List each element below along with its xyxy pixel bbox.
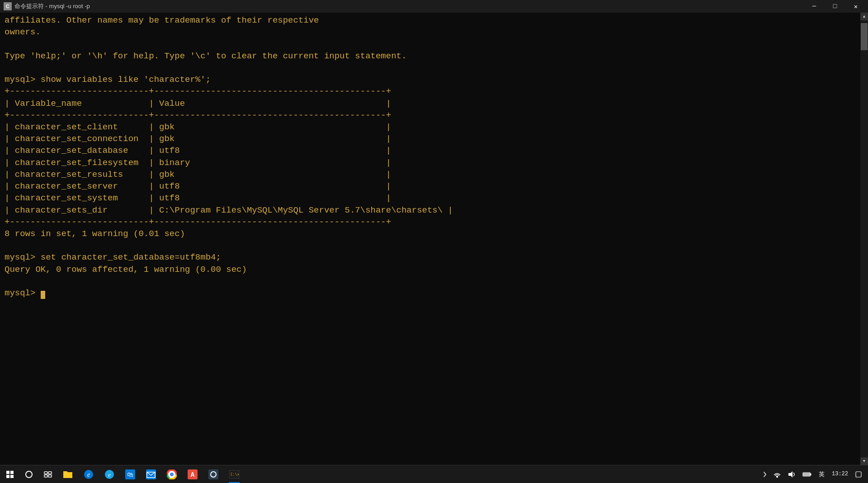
tray-lang[interactable]: 英 — [816, 465, 827, 483]
scroll-thumb[interactable] — [861, 23, 868, 50]
svg-text:C:\>_: C:\>_ — [231, 473, 239, 477]
tray-network[interactable] — [771, 465, 783, 483]
window: C 命令提示符 - mysql -u root -p ─ □ ✕ affilia… — [0, 0, 868, 483]
svg-point-4 — [26, 471, 32, 478]
scroll-down-arrow[interactable]: ▼ — [860, 457, 868, 465]
svg-rect-7 — [44, 475, 47, 477]
tray-chevron[interactable] — [759, 465, 769, 483]
cmd-icon: C — [4, 2, 12, 10]
svg-rect-30 — [803, 473, 810, 476]
svg-marker-27 — [788, 471, 793, 478]
maximize-button[interactable]: □ — [825, 0, 845, 13]
svg-rect-21 — [208, 469, 218, 479]
taskbar-left: e e 🛍 — [0, 465, 244, 483]
svg-text:🛍: 🛍 — [127, 471, 133, 478]
clock-time: 13:22 — [832, 471, 848, 478]
svg-rect-1 — [10, 471, 14, 474]
titlebar: C 命令提示符 - mysql -u root -p ─ □ ✕ — [0, 0, 868, 13]
taskbar-app-terminal[interactable]: C:\>_ — [224, 465, 244, 483]
scroll-up-arrow[interactable]: ▲ — [860, 13, 868, 20]
taskbar-app-ie[interactable]: e — [99, 465, 119, 483]
taskbar-app-8[interactable] — [203, 465, 223, 483]
close-button[interactable]: ✕ — [845, 0, 866, 13]
tray-battery[interactable] — [800, 465, 814, 483]
svg-point-18 — [170, 473, 174, 476]
tray-sound[interactable] — [785, 465, 798, 483]
svg-marker-25 — [764, 472, 766, 477]
svg-rect-31 — [856, 472, 861, 477]
minimize-button[interactable]: ─ — [804, 0, 825, 13]
svg-rect-29 — [810, 474, 811, 475]
taskbar-app-mail[interactable] — [141, 465, 161, 483]
scroll-track — [860, 20, 868, 457]
taskbar-app-7[interactable]: A — [183, 465, 203, 483]
svg-rect-6 — [48, 472, 52, 474]
cursor-blink — [41, 291, 45, 299]
scrollbar[interactable]: ▲ ▼ — [860, 13, 868, 465]
taskbar-app-edge[interactable]: e — [79, 465, 99, 483]
svg-rect-3 — [10, 475, 14, 478]
window-controls: ─ □ ✕ — [804, 0, 866, 13]
terminal-body: affiliates. Other names may be trademark… — [0, 13, 868, 465]
tray-notification[interactable] — [853, 465, 864, 483]
taskview-button[interactable] — [39, 465, 57, 483]
titlebar-left: C 命令提示符 - mysql -u root -p — [4, 2, 90, 10]
svg-point-26 — [776, 476, 778, 477]
start-button[interactable] — [1, 465, 19, 483]
svg-text:e: e — [108, 471, 111, 478]
taskbar-app-chrome[interactable] — [162, 465, 182, 483]
taskbar-right: 英 13:22 — [759, 465, 868, 483]
svg-rect-8 — [48, 475, 52, 477]
terminal-output[interactable]: affiliates. Other names may be trademark… — [0, 13, 860, 465]
taskbar-app-explorer[interactable] — [58, 465, 78, 483]
taskbar-app-store[interactable]: 🛍 — [120, 465, 140, 483]
search-button[interactable] — [20, 465, 38, 483]
svg-text:A: A — [191, 471, 195, 478]
svg-rect-5 — [44, 472, 47, 474]
taskbar: e e 🛍 — [0, 465, 868, 483]
clock-display: 13:22 — [832, 471, 848, 478]
svg-rect-0 — [6, 471, 9, 474]
tray-clock[interactable]: 13:22 — [829, 465, 851, 483]
window-title: 命令提示符 - mysql -u root -p — [14, 2, 90, 10]
lang-label: 英 — [819, 470, 825, 478]
svg-rect-2 — [6, 475, 9, 478]
svg-text:e: e — [87, 471, 90, 478]
